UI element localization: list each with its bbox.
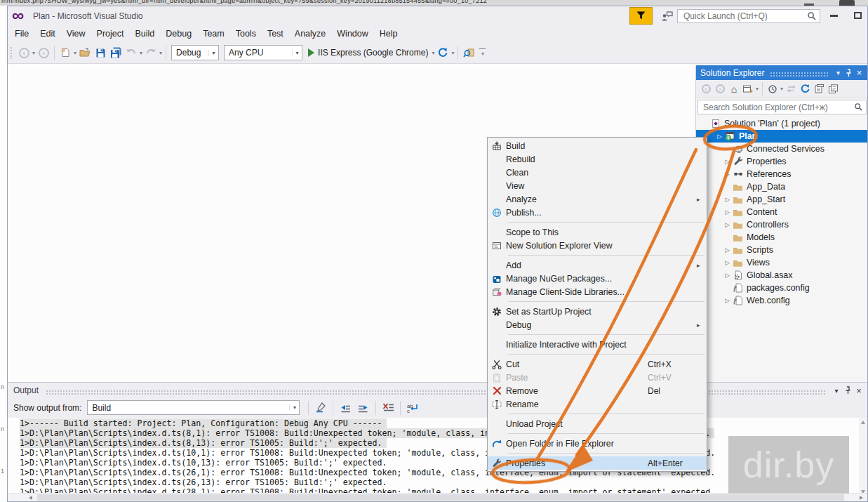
se-home-button[interactable]: ⌂	[728, 81, 740, 97]
context-menu-item-unload-project[interactable]: Unload Project	[488, 417, 707, 430]
tree-item-packages-config[interactable]: packages.config	[696, 282, 867, 294]
expander-icon[interactable]: ▷	[723, 259, 732, 266]
menu-test[interactable]: Test	[262, 26, 289, 42]
menu-debug[interactable]: Debug	[160, 26, 197, 42]
minimize-button[interactable]	[824, 8, 843, 23]
expander-icon[interactable]: ▷	[723, 272, 732, 279]
se-back-button[interactable]: ‹	[700, 81, 712, 97]
close-icon[interactable]: ×	[854, 67, 864, 79]
quick-launch-input[interactable]	[682, 10, 800, 22]
pending-changes-filter-button[interactable]	[766, 81, 779, 97]
context-menu-item-cut[interactable]: CutCtrl+X	[488, 357, 707, 371]
context-menu-item-debug[interactable]: Debug▸	[488, 318, 707, 331]
expander-icon[interactable]: ▷	[715, 133, 724, 140]
context-menu-item-rebuild[interactable]: Rebuild	[488, 152, 707, 166]
context-menu-item-properties[interactable]: PropertiesAlt+Enter	[488, 456, 707, 470]
toolbar-grip[interactable]	[10, 46, 13, 59]
open-file-button[interactable]	[78, 45, 92, 60]
tree-item-references[interactable]: ▷References	[696, 168, 867, 180]
collapse-all-button[interactable]	[813, 81, 825, 97]
save-button[interactable]	[93, 45, 107, 60]
expander-icon[interactable]: ▷	[723, 171, 732, 178]
tree-item-content[interactable]: ▷Content	[696, 206, 867, 218]
show-all-files-button[interactable]	[827, 81, 839, 97]
output-horizontal-scrollbar[interactable]	[8, 493, 867, 501]
find-message-in-code-button[interactable]	[312, 400, 329, 416]
word-wrap-button[interactable]: abc	[404, 400, 421, 416]
expander-icon[interactable]: ▷	[723, 246, 732, 253]
back-dropdown-icon[interactable]: ▾	[32, 50, 35, 56]
navigate-forward-button[interactable]: ›	[36, 45, 51, 60]
sync-with-active-document-button[interactable]	[784, 81, 797, 97]
context-menu-item-manage-nuget-packages[interactable]: Manage NuGet Packages...	[488, 272, 707, 285]
expander-icon[interactable]: ▷	[723, 297, 732, 304]
tree-item-global-asax[interactable]: ▷Global.asax	[696, 269, 867, 282]
se-search-input[interactable]	[702, 101, 842, 113]
solution-explorer-search[interactable]	[697, 100, 867, 114]
navigate-back-button[interactable]: ‹	[17, 45, 31, 60]
tree-item-solution-plan-1-project[interactable]: Solution 'Plan' (1 project)	[696, 117, 867, 130]
tree-item-web-config[interactable]: ▷Web.config	[696, 294, 867, 307]
window-position-dropdown-icon[interactable]: ▾	[833, 67, 843, 79]
context-menu-item-remove[interactable]: RemoveDel	[488, 384, 707, 397]
output-header[interactable]: Output ▾ ×	[8, 383, 867, 398]
tree-item-properties[interactable]: ▷Properties	[696, 155, 867, 168]
filter-dropdown-icon[interactable]: ▾	[780, 86, 783, 92]
context-menu-item-clean[interactable]: Clean	[488, 166, 707, 179]
run-target-dropdown-icon[interactable]: ▾	[432, 50, 434, 56]
next-message-button[interactable]	[355, 400, 372, 416]
expander-icon[interactable]: ▷	[723, 196, 732, 203]
context-menu-item-publish[interactable]: Publish...	[488, 206, 707, 219]
expander-icon[interactable]: ▷	[723, 221, 732, 228]
menu-edit[interactable]: Edit	[34, 26, 61, 42]
scrollbar-thumb[interactable]	[37, 494, 844, 501]
context-menu-item-analyze[interactable]: Analyze▸	[488, 192, 707, 206]
tree-item-plan[interactable]: ▷Plan	[696, 130, 867, 143]
menu-window[interactable]: Window	[331, 26, 373, 42]
solution-configuration-dropdown[interactable]: Debug ▾	[171, 45, 219, 60]
menu-view[interactable]: View	[61, 26, 91, 42]
find-in-files-button[interactable]	[462, 45, 476, 60]
solution-explorer-header[interactable]: Solution Explorer ▾ ×	[696, 65, 867, 80]
filter-extension-button[interactable]	[629, 7, 653, 25]
tree-item-views[interactable]: ▷Views	[696, 256, 867, 269]
switch-views-dropdown-icon[interactable]: ▾	[756, 86, 759, 92]
tree-item-connected-services[interactable]: Connected Services	[696, 143, 867, 155]
context-menu-item-open-folder-in-file-explorer[interactable]: Open Folder in File Explorer	[488, 437, 707, 450]
toolbar-overflow-button[interactable]: ▾	[479, 48, 486, 57]
quick-launch-search[interactable]	[677, 9, 820, 23]
context-menu-item-rename[interactable]: Rename	[488, 397, 707, 411]
new-file-button[interactable]	[58, 45, 72, 60]
maximize-button[interactable]	[848, 8, 867, 23]
feedback-button[interactable]	[659, 9, 674, 23]
tree-item-app-start[interactable]: ▷App_Start	[696, 193, 867, 206]
context-menu-item-scope-to-this[interactable]: Scope to This	[488, 225, 707, 239]
menu-file[interactable]: File	[9, 26, 34, 42]
clear-all-button[interactable]	[380, 400, 396, 416]
menu-tools[interactable]: Tools	[230, 26, 262, 42]
context-menu-item-build[interactable]: Build	[488, 139, 707, 152]
context-menu-item-initialize-interactive-with-project[interactable]: Initialize Interactive with Project	[488, 338, 707, 351]
context-menu-item-manage-client-side-libraries[interactable]: Manage Client-Side Libraries...	[488, 285, 707, 298]
redo-dropdown-icon[interactable]: ▾	[159, 50, 162, 56]
tree-item-models[interactable]: Models	[696, 231, 867, 244]
undo-dropdown-icon[interactable]: ▾	[140, 50, 142, 56]
se-refresh-button[interactable]	[799, 81, 811, 97]
context-menu-item-set-as-startup-project[interactable]: Set as StartUp Project	[488, 305, 707, 318]
context-menu-item-view[interactable]: View	[488, 179, 707, 192]
solution-platform-dropdown[interactable]: Any CPU ▾	[224, 45, 302, 60]
menu-help[interactable]: Help	[374, 26, 403, 42]
previous-message-button[interactable]	[337, 400, 354, 416]
context-menu-item-paste[interactable]: PasteCtrl+V	[488, 371, 707, 384]
context-menu-item-new-solution-explorer-view[interactable]: New Solution Explorer View	[488, 239, 707, 252]
menu-team[interactable]: Team	[197, 26, 230, 42]
tree-item-controllers[interactable]: ▷Controllers	[696, 218, 867, 231]
expander-icon[interactable]: ▷	[723, 158, 732, 165]
menu-project[interactable]: Project	[91, 26, 130, 42]
pin-icon[interactable]	[843, 67, 854, 79]
new-file-dropdown-icon[interactable]: ▾	[74, 50, 76, 56]
refresh-dropdown-icon[interactable]: ▾	[451, 50, 454, 56]
se-forward-button[interactable]: ›	[714, 81, 726, 97]
pin-icon[interactable]	[842, 385, 853, 396]
switch-views-button[interactable]	[742, 81, 754, 97]
